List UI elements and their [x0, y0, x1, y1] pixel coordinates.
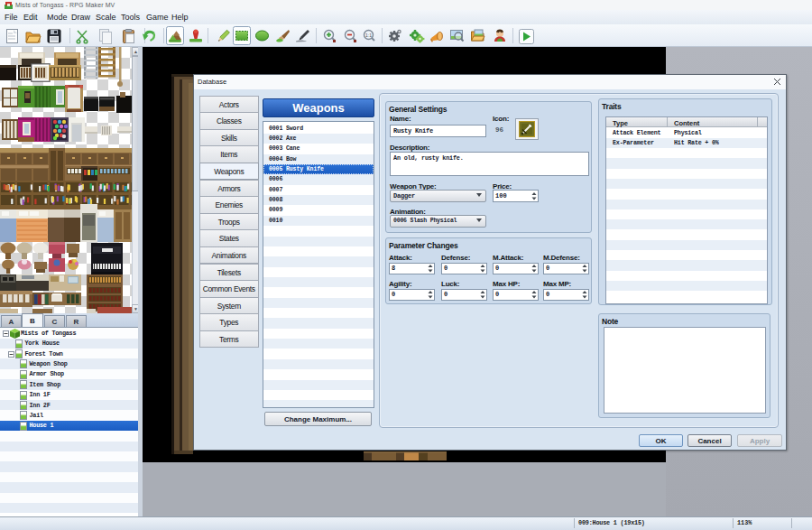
- svg-text:1:1: 1:1: [365, 33, 372, 38]
